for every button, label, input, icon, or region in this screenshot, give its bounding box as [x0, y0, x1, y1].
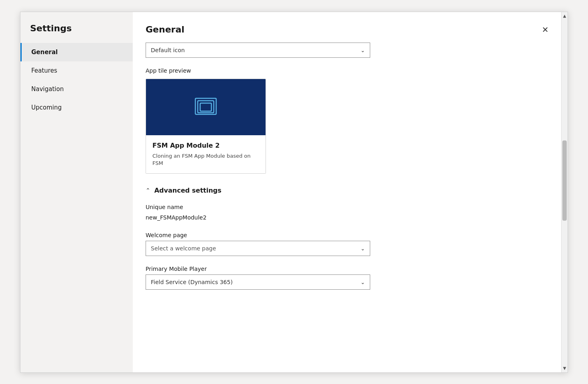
sidebar-item-navigation[interactable]: Navigation — [20, 80, 133, 98]
app-tile-description: Cloning an FSM App Module based on FSM — [152, 152, 259, 167]
unique-name-group: Unique name new_FSMAppModule2 — [146, 204, 552, 222]
chevron-down-icon: ⌄ — [361, 279, 365, 285]
welcome-page-placeholder: Select a welcome page — [151, 245, 216, 252]
icon-dropdown-value: Default icon — [151, 47, 185, 53]
chevron-down-icon: ⌄ — [361, 47, 365, 53]
main-header: General ✕ — [133, 12, 568, 36]
main-content: General ✕ Default icon ⌄ App tile previe… — [133, 12, 568, 372]
primary-mobile-player-group: Primary Mobile Player Field Service (Dyn… — [146, 266, 552, 290]
svg-rect-2 — [200, 103, 211, 111]
scroll-down-arrow[interactable]: ▼ — [562, 364, 568, 372]
sidebar-item-upcoming[interactable]: Upcoming — [20, 98, 133, 117]
chevron-down-icon: ⌄ — [361, 245, 365, 251]
scrollbar: ▲ ▼ — [561, 12, 568, 372]
content-scroll[interactable]: Default icon ⌄ App tile preview — [133, 36, 568, 372]
sidebar-item-general[interactable]: General — [20, 43, 133, 61]
settings-window: Settings General Features Navigation Upc… — [20, 12, 568, 373]
page-title: General — [146, 24, 185, 35]
welcome-page-label: Welcome page — [146, 232, 552, 238]
icon-dropdown-wrapper: Default icon ⌄ — [146, 43, 552, 58]
scroll-up-arrow[interactable]: ▲ — [562, 12, 568, 20]
app-tile-body: FSM App Module 2 Cloning an FSM App Modu… — [146, 135, 266, 173]
primary-mobile-player-value: Field Service (Dynamics 365) — [151, 279, 233, 285]
primary-mobile-player-dropdown[interactable]: Field Service (Dynamics 365) ⌄ — [146, 274, 370, 290]
sidebar-item-features[interactable]: Features — [20, 61, 133, 80]
close-button[interactable]: ✕ — [539, 23, 552, 36]
primary-mobile-player-label: Primary Mobile Player — [146, 266, 552, 272]
app-tile: FSM App Module 2 Cloning an FSM App Modu… — [146, 79, 266, 174]
chevron-up-icon: ⌃ — [146, 187, 150, 193]
icon-dropdown[interactable]: Default icon ⌄ — [146, 43, 370, 58]
app-tile-preview-label: App tile preview — [146, 67, 552, 74]
welcome-page-group: Welcome page Select a welcome page ⌄ — [146, 232, 552, 256]
advanced-settings-title: Advanced settings — [154, 187, 221, 194]
unique-name-value: new_FSMAppModule2 — [146, 213, 552, 222]
advanced-settings-header[interactable]: ⌃ Advanced settings — [146, 187, 552, 194]
app-tile-icon — [193, 94, 219, 120]
unique-name-label: Unique name — [146, 204, 552, 210]
app-tile-header — [146, 79, 266, 135]
scrollbar-thumb[interactable] — [562, 140, 567, 221]
sidebar: Settings General Features Navigation Upc… — [20, 12, 133, 372]
scrollbar-track — [562, 20, 568, 364]
sidebar-title: Settings — [20, 12, 133, 43]
sidebar-nav: General Features Navigation Upcoming — [20, 43, 133, 117]
app-tile-name: FSM App Module 2 — [152, 142, 259, 149]
welcome-page-dropdown[interactable]: Select a welcome page ⌄ — [146, 241, 370, 256]
